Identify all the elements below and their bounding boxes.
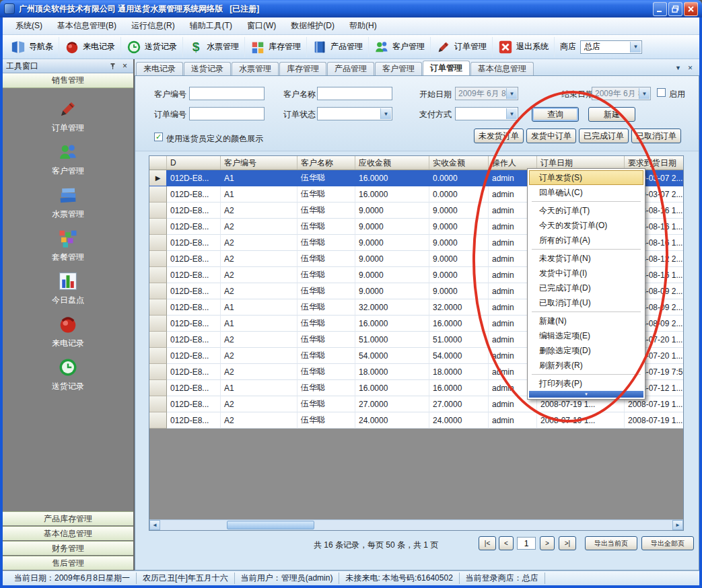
menubar-item[interactable]: 系统(S) (8, 17, 50, 34)
toolbar-item[interactable]: 退出系统 (493, 37, 555, 57)
order-no-input[interactable] (189, 107, 265, 120)
context-menu-item[interactable]: 发货中订单(I) (529, 266, 643, 281)
store-select[interactable]: 总店 ▼ (580, 40, 642, 54)
sidebar-item[interactable]: 套餐管理 (3, 224, 133, 267)
context-menu-item[interactable]: 刷新列表(R) (529, 358, 643, 373)
order-status-filter-button[interactable]: 未发货订单 (474, 128, 524, 143)
toolbar-item[interactable]: 送货记录 (121, 37, 183, 57)
enable-date-checkbox[interactable] (657, 88, 666, 97)
column-header-id[interactable]: D (167, 156, 221, 170)
chevron-down-icon[interactable]: ▼ (630, 42, 641, 52)
new-order-button[interactable]: 新建 (588, 107, 635, 122)
menubar-item[interactable]: 窗口(W) (240, 17, 283, 34)
start-date-picker[interactable]: 2009年 6月 8日 ▼ (455, 87, 518, 100)
close-button[interactable] (684, 2, 698, 16)
tab[interactable]: 客户管理 (375, 62, 422, 75)
order-status-filter-button[interactable]: 已取消订单 (631, 128, 681, 143)
toolbar-item[interactable]: 订单管理 (431, 37, 493, 57)
context-menu-item[interactable]: 未发货订单(N) (529, 251, 643, 266)
context-menu-item[interactable] (529, 200, 643, 203)
query-button[interactable]: 查询 (532, 107, 579, 122)
export-all-pages-button[interactable]: 导出全部页 (641, 536, 694, 550)
export-current-page-button[interactable]: 导出当前页 (585, 536, 637, 550)
tab[interactable]: 送货记录 (184, 62, 231, 75)
pin-icon[interactable] (108, 61, 118, 71)
order-status-select[interactable]: ▼ (317, 107, 392, 120)
column-header[interactable] (149, 156, 167, 170)
menubar-item[interactable]: 帮助(H) (342, 17, 384, 34)
menubar-item[interactable]: 运行信息(R) (124, 17, 182, 34)
context-menu-item[interactable]: 打印列表(P) (529, 376, 643, 391)
menu-scroll-more-icon[interactable]: ▼ (529, 391, 643, 398)
context-menu-item[interactable]: 新建(N) (529, 314, 643, 328)
scrollbar-thumb[interactable] (227, 521, 314, 529)
sidebar-group[interactable]: 基本信息管理 (3, 526, 133, 541)
context-menu-item[interactable]: 今天的发货订单(O) (529, 218, 643, 233)
context-menu-item[interactable]: 已完成订单(D) (529, 281, 643, 295)
customer-no-input[interactable] (189, 87, 265, 100)
context-menu-item[interactable]: 编辑选定项(E) (529, 328, 643, 343)
sidebar-group-sales[interactable]: 销售管理 (3, 73, 133, 88)
sidebar-group[interactable]: 产品库存管理 (3, 511, 133, 526)
context-menu-item[interactable] (529, 248, 643, 251)
order-status-filter-button[interactable]: 发货中订单 (526, 128, 576, 143)
column-header-required-date[interactable]: 要求到货日期 (625, 156, 684, 170)
sidebar-item[interactable]: 今日盘点 (3, 267, 133, 310)
sidebar-item[interactable]: 水票管理 (3, 181, 133, 224)
tab-close-icon[interactable]: ✕ (685, 63, 695, 73)
toolbar-item[interactable]: 产品管理 (307, 37, 369, 57)
color-display-checkbox[interactable]: ✓ (154, 133, 163, 141)
chevron-down-icon[interactable]: ▼ (506, 88, 517, 99)
first-page-button[interactable]: |< (479, 536, 496, 550)
context-menu-item[interactable] (529, 373, 643, 376)
sidebar-item[interactable]: 客户管理 (3, 138, 133, 181)
column-header-customer-name[interactable]: 客户名称 (297, 156, 355, 170)
prev-page-button[interactable]: < (499, 536, 514, 550)
column-header-received[interactable]: 实收金额 (429, 156, 489, 170)
end-date-picker[interactable]: 2009年 6月 8日 ▼ (592, 87, 651, 100)
pay-method-select[interactable]: ▼ (455, 107, 518, 120)
sidebar-item[interactable]: 订单管理 (3, 95, 133, 138)
chevron-down-icon[interactable]: ▼ (506, 108, 517, 119)
order-status-filter-button[interactable]: 已完成订单 (579, 128, 629, 143)
context-menu-item[interactable]: 已取消订单(U) (529, 295, 643, 310)
sidebar-item[interactable]: 来电记录 (3, 310, 133, 353)
menubar-item[interactable]: 辅助工具(T) (182, 17, 240, 34)
tab[interactable]: 库存管理 (279, 62, 326, 75)
toolbar-item[interactable]: 库存管理 (245, 37, 307, 57)
tab[interactable]: 水票管理 (232, 62, 279, 75)
context-menu-item[interactable]: 订单发货(S) (529, 170, 643, 185)
restore-button[interactable] (668, 2, 682, 16)
horizontal-scrollbar[interactable]: ◄ ► (149, 519, 683, 530)
sidebar-group[interactable]: 财务管理 (3, 541, 133, 556)
tab[interactable]: 基本信息管理 (470, 62, 534, 75)
tab[interactable]: 来电记录 (136, 62, 183, 75)
sidebar-item[interactable]: 送货记录 (3, 353, 133, 396)
column-header-receivable[interactable]: 应收金额 (355, 156, 429, 170)
scroll-right-icon[interactable]: ► (672, 520, 683, 530)
context-menu-item[interactable]: 回单确认(C) (529, 185, 643, 200)
toolbar-item[interactable]: 导航条 (5, 37, 59, 57)
tab[interactable]: 订单管理 (423, 61, 470, 75)
toolbar-item[interactable]: $ 水票管理 (183, 37, 245, 57)
minimize-button[interactable] (653, 2, 667, 16)
page-number-input[interactable] (517, 537, 536, 550)
last-page-button[interactable]: >| (559, 536, 576, 550)
close-icon[interactable]: × (120, 61, 130, 71)
menubar-item[interactable]: 基本信息管理(B) (50, 17, 124, 34)
context-menu-item[interactable]: 今天的订单(T) (529, 203, 643, 218)
toolbar-item[interactable]: 来电记录 (59, 37, 121, 57)
scroll-left-icon[interactable]: ◄ (149, 520, 160, 530)
sidebar-group[interactable]: 售后管理 (3, 556, 133, 571)
chevron-down-icon[interactable]: ▼ (639, 88, 650, 99)
context-menu-item[interactable]: 删除选定项(D) (529, 343, 643, 358)
context-menu-item[interactable]: 所有的订单(A) (529, 233, 643, 248)
tab-scroll-down-icon[interactable]: ▼ (673, 63, 683, 73)
column-header-customer-no[interactable]: 客户编号 (221, 156, 297, 170)
next-page-button[interactable]: > (540, 536, 555, 550)
toolbar-item[interactable]: 客户管理 (369, 37, 431, 57)
customer-name-input[interactable] (317, 87, 392, 100)
menubar-item[interactable]: 数据维护(D) (283, 17, 342, 34)
context-menu-item[interactable] (529, 310, 643, 314)
chevron-down-icon[interactable]: ▼ (380, 108, 391, 119)
